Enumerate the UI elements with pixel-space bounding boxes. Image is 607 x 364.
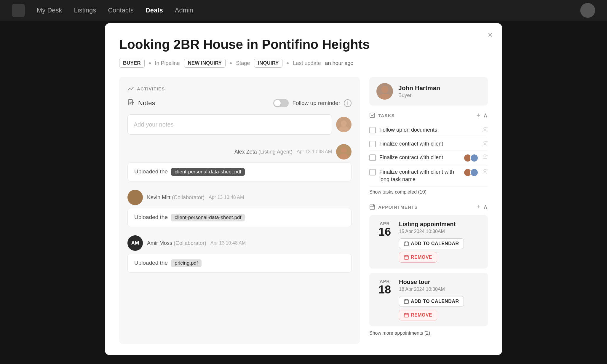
alex-avatar — [336, 144, 352, 159]
nav-my-desk[interactable]: My Desk — [37, 7, 62, 14]
appointments-icon — [369, 204, 375, 210]
modal-title: Looking 2BR House in Pontifino Heights — [119, 37, 488, 52]
appt-actions: ADD TO CALENDAR REMOVE — [399, 296, 481, 320]
appointment-date: APR 16 — [376, 221, 394, 263]
task-checkbox[interactable] — [369, 141, 376, 147]
nav-contacts[interactable]: Contacts — [108, 7, 134, 14]
entry-date: Apr 13 10:48 AM — [209, 195, 244, 200]
collapse-appointments-button[interactable]: ∧ — [483, 203, 488, 211]
filename-tag: client-personal-data-sheet.pdf — [171, 168, 245, 176]
contact-role: Buyer — [398, 92, 440, 98]
remove-icon — [404, 255, 409, 260]
svg-point-5 — [341, 120, 347, 126]
top-navigation: My Desk Listings Contacts Deals Admin — [0, 0, 607, 21]
task-checkbox[interactable] — [369, 169, 376, 175]
tasks-label: TASKS — [378, 113, 395, 118]
remove-label: REMOVE — [411, 255, 432, 260]
stage-label: Stage — [236, 60, 250, 66]
appointment-info: Listing appointment 15 Apr 2024 10:30AM — [399, 221, 481, 263]
show-more-appointments-link[interactable]: Show more appointments (2) — [369, 331, 488, 336]
remove-appointment-button[interactable]: REMOVE — [399, 310, 437, 320]
task-text: Finalize contract with client with long … — [379, 168, 460, 183]
notes-row: Notes Follow up reminder i — [127, 99, 352, 107]
svg-rect-38 — [404, 300, 408, 304]
entry-bubble: Uploaded the client-personal-data-sheet.… — [127, 162, 352, 181]
in-pipeline-label: In Pipeline — [155, 60, 180, 66]
task-avatar — [470, 154, 478, 162]
inquiry-badge: INQUIRY — [254, 59, 282, 68]
assign-icon — [482, 168, 488, 176]
task-avatars — [464, 154, 478, 162]
assign-icon — [482, 154, 488, 161]
add-appointment-button[interactable]: + — [476, 203, 480, 211]
entry-date: Apr 13 10:48 AM — [210, 240, 246, 246]
appointment-date: APR 18 — [376, 279, 394, 320]
svg-point-6 — [339, 126, 349, 132]
activities-header: ACTIVITIES — [127, 85, 352, 92]
app-logo[interactable] — [12, 4, 25, 17]
kevin-avatar — [127, 190, 143, 205]
task-checkbox[interactable] — [369, 154, 376, 161]
buyer-badge: BUYER — [119, 59, 145, 68]
task-checkbox[interactable] — [369, 127, 376, 133]
svg-rect-34 — [404, 256, 408, 259]
add-to-calendar-button[interactable]: ADD TO CALENDAR — [399, 296, 464, 307]
filename-tag: pricing.pdf — [171, 259, 201, 267]
task-text: Finalize contract with client — [379, 154, 460, 161]
add-task-button[interactable]: + — [476, 111, 480, 119]
task-item: Finalize contract with client — [369, 151, 488, 165]
add-to-calendar-button[interactable]: ADD TO CALENDAR — [399, 238, 464, 249]
svg-rect-42 — [404, 313, 408, 317]
nav-deals[interactable]: Deals — [146, 7, 163, 14]
close-button[interactable]: × — [488, 30, 493, 40]
tasks-section: TASKS + ∧ Follow up on documents — [369, 111, 488, 195]
task-avatar — [470, 168, 478, 177]
svg-point-11 — [381, 86, 388, 93]
entry-bubble: Uploaded the client-personal-data-sheet.… — [127, 208, 352, 227]
new-inquiry-badge: NEW INQUIRY — [184, 59, 226, 68]
entry-bubble: Uploaded the pricing.pdf — [127, 254, 352, 273]
assign-icon — [482, 126, 488, 134]
note-input[interactable] — [127, 114, 332, 135]
entry-header: AM Amir Moss (Collaborator) Apr 13 10:48… — [127, 235, 352, 251]
activities-icon — [127, 85, 134, 92]
info-icon[interactable]: i — [344, 99, 352, 107]
follow-up-toggle-wrapper: Follow up reminder i — [273, 99, 352, 107]
dot-2 — [230, 62, 232, 64]
modal-body: ACTIVITIES Notes F — [119, 77, 488, 344]
notes-text: Notes — [138, 99, 269, 107]
activity-entry: Alex Zeta (Listing Agent) Apr 13 10:48 A… — [127, 144, 352, 181]
collapse-tasks-button[interactable]: ∧ — [483, 111, 488, 119]
svg-point-9 — [132, 193, 138, 199]
nav-listings[interactable]: Listings — [74, 7, 96, 14]
note-input-row — [127, 114, 352, 135]
task-item: Follow up on documents — [369, 123, 488, 137]
svg-point-14 — [484, 127, 486, 130]
show-tasks-link[interactable]: Show tasks completed (10) — [369, 189, 488, 195]
user-avatar[interactable] — [580, 3, 595, 18]
toggle-knob — [274, 100, 281, 106]
calendar-icon — [404, 241, 409, 246]
appt-title: Listing appointment — [399, 221, 481, 228]
entry-header: Alex Zeta (Listing Agent) Apr 13 10:48 A… — [127, 144, 352, 159]
task-item: Finalize contract with client with long … — [369, 165, 488, 186]
remove-label: REMOVE — [411, 312, 432, 318]
follow-up-toggle[interactable] — [273, 99, 289, 107]
nav-links: My Desk Listings Contacts Deals Admin — [37, 7, 193, 14]
appointment-card: APR 18 House tour 18 Apr 2024 10:30AM — [369, 273, 488, 326]
svg-point-17 — [484, 141, 486, 143]
last-update-value: an hour ago — [325, 60, 354, 66]
appointment-info: House tour 18 Apr 2024 10:30AM ADD — [399, 279, 481, 320]
tasks-actions: + ∧ — [476, 111, 488, 119]
dot-3 — [287, 62, 289, 64]
calendar-icon — [404, 299, 409, 304]
nav-admin[interactable]: Admin — [175, 7, 193, 14]
add-to-calendar-label: ADD TO CALENDAR — [411, 241, 459, 246]
appointment-card: APR 16 Listing appointment 15 Apr 2024 1… — [369, 215, 488, 269]
amir-avatar: AM — [127, 235, 143, 251]
remove-appointment-button[interactable]: REMOVE — [399, 252, 437, 263]
tasks-icon — [369, 112, 375, 118]
remove-icon — [404, 313, 409, 317]
svg-rect-13 — [370, 113, 375, 118]
entry-name: Kevin Mitt (Collaborator) — [147, 194, 205, 201]
